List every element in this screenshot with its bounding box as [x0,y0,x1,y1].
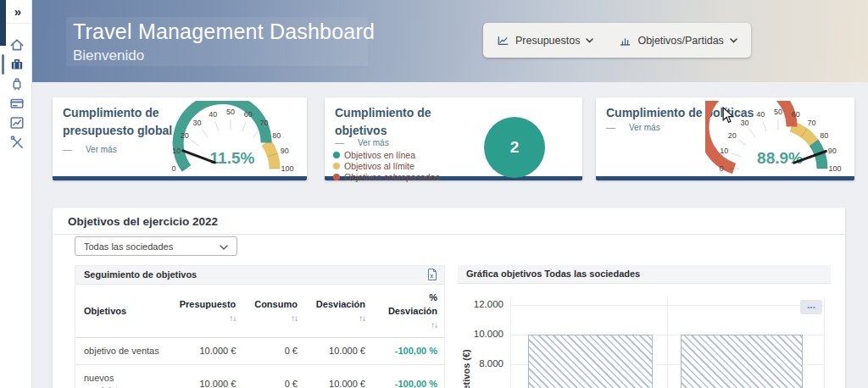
ver-mas-link[interactable]: — Ver más [63,144,117,154]
axis-line [510,297,511,388]
svg-text:30: 30 [193,119,202,127]
society-select-value: Todas las sociedades [84,241,220,252]
card-title: Cumplimiento de objetivos [335,104,470,140]
panel-title: Objetivos del ejercicio 2022 [53,208,845,235]
objetivos-table: Objetivos Presupuesto ↑↓ Consumo ↑↓ Desv… [75,285,444,388]
table-cell-desviacion: 10.000 € [304,337,372,364]
ver-mas-link[interactable]: — Ver más [335,137,389,147]
svg-text:80: 80 [272,131,281,140]
legend-label: Objetivos en línea [344,150,415,160]
nav-btn-label: Objetivos/Partidas [637,35,723,47]
presupuestos-dropdown[interactable]: Presupuestos [497,35,593,47]
sidebar-expand-button[interactable]: » [8,3,28,21]
legend-item[interactable]: Objetivos en línea [333,149,440,160]
svg-text:40: 40 [209,110,217,119]
objetivos-panel: Objetivos del ejercicio 2022 Todas las s… [53,208,845,388]
briefcase-icon[interactable] [9,57,25,72]
legend-label: Objetivos al límite [344,161,415,171]
gridline [824,297,825,388]
svg-text:100: 100 [828,164,841,173]
excel-export-icon[interactable]: x [426,268,437,283]
y-tick-label: 8.000 [463,358,504,369]
sort-consumo[interactable]: Consumo ↑↓ [242,285,304,337]
chevron-down-icon [220,239,228,254]
table-cell-consumo: 0 € [242,364,304,388]
donut-value: 2 [510,138,520,157]
svg-text:0: 0 [719,164,723,173]
table-cell-presupuesto: 10.000 € [168,364,243,388]
table-cell-desviacion: 10.000 € [304,364,372,388]
table-row[interactable]: nuevos suministros10.000 €0 €10.000 €-10… [75,364,444,388]
dash-icon: — [335,137,344,147]
sort-pct-desviacion[interactable]: % Desviación ↑↓ [372,285,444,337]
page-subtitle: Bienvenido [73,47,144,64]
sort-icon: ↑↓ [229,313,236,323]
legend-item[interactable]: Objetivos al límite [333,160,440,171]
subpanel-title: Gráfica objetivos Todas las sociedades [458,265,831,284]
luggage-icon[interactable] [9,76,25,91]
sort-presupuesto[interactable]: Presupuesto ↑↓ [168,285,243,337]
header-banner: Travel Management Dashboard Bienvenido P… [32,0,868,82]
svg-text:70: 70 [259,119,268,127]
line-chart-icon [497,35,509,47]
ver-mas-link[interactable]: — Ver más [606,122,660,132]
svg-text:80: 80 [820,131,828,140]
svg-text:40: 40 [756,110,765,119]
svg-text:20: 20 [728,131,737,140]
svg-text:50: 50 [226,108,235,116]
svg-text:88.9%: 88.9% [757,149,803,167]
presupuesto-gauge-chart: 11.5% 0102030405060708090100 [158,101,303,179]
header-nav-group: Presupuestos Objetivos/Partidas [483,23,751,58]
objetivos-bar-chart: objetivos (€) 12.00010.0008.000 ... [458,284,831,388]
svg-text:x: x [430,273,433,279]
objetivos-partidas-dropdown[interactable]: Objetivos/Partidas [619,35,737,47]
chart-line-icon[interactable] [9,115,25,130]
seguimiento-objetivos-panel: Seguimiento de objetivos x Objetivos Pre… [75,265,445,388]
chevron-down-icon [730,38,737,43]
legend-label: Objetivos sobrepasados [344,172,440,182]
legend-item[interactable]: Objetivos sobrepasados [333,171,440,182]
objetivos-donut-chart: 2 [484,117,545,178]
svg-text:100: 100 [281,164,293,173]
legend-dot-icon [333,174,340,180]
objetivos-legend: Objetivos en líneaObjetivos al límiteObj… [333,149,440,182]
table-cell-consumo: 0 € [242,337,304,364]
table-row[interactable]: objetivo de ventas10.000 €0 €10.000 €-10… [75,337,444,364]
active-item-indicator [2,54,4,75]
tools-icon[interactable] [9,135,25,150]
sort-desviacion[interactable]: Desviación ↑↓ [304,285,372,337]
dash-icon: — [606,122,615,132]
society-select[interactable]: Todas las sociedades [75,236,237,256]
bar-chart-icon [619,35,632,47]
svg-text:60: 60 [244,110,253,119]
dash-icon: — [63,144,72,154]
collapsed-panel-strip [0,0,6,46]
subpanel-title: Seguimiento de objetivos x [75,266,444,285]
sidebar: » [0,0,32,388]
sort-icon: ↑↓ [359,313,365,323]
svg-text:90: 90 [828,147,837,155]
chart-menu-button[interactable]: ... [800,300,822,314]
gridline [510,305,824,306]
svg-text:90: 90 [281,147,289,155]
y-tick-label: 12.000 [463,299,504,309]
kpi-card-objetivos: Cumplimiento de objetivos — Ver más Obje… [325,97,582,180]
table-cell-objetivo: objetivo de ventas [75,337,168,364]
travel-management-dashboard: { "header": { "title": "Travel Managemen… [0,0,868,388]
bar-1[interactable] [681,335,803,388]
nav-btn-label: Presupuestos [515,35,580,47]
table-header-row: Objetivos Presupuesto ↑↓ Consumo ↑↓ Desv… [75,285,444,337]
svg-text:10: 10 [172,147,181,155]
politicas-gauge-chart: 88.9% 0102030405060708090100 [705,101,851,179]
credit-card-icon[interactable] [9,96,25,111]
svg-text:11.5%: 11.5% [210,149,255,167]
svg-text:70: 70 [807,119,815,127]
y-axis-label: objetivos (€) [461,349,471,388]
kpi-card-politicas: Cumplimiento de políticas — Ver más 88.9… [596,97,854,180]
home-icon[interactable] [9,37,25,53]
svg-text:50: 50 [774,108,782,116]
bar-0[interactable] [528,335,653,388]
svg-text:30: 30 [741,119,749,127]
table-cell-presupuesto: 10.000 € [168,337,243,364]
page-title: Travel Management Dashboard [73,19,375,44]
